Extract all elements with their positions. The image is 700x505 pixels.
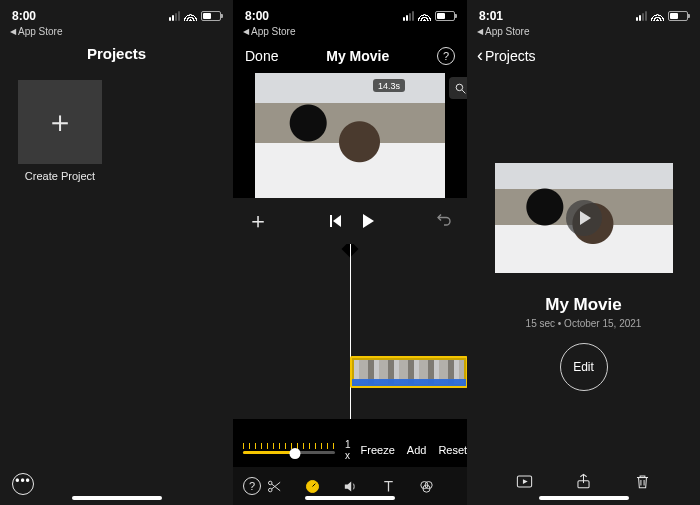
zoom-button[interactable] [449,77,467,99]
breadcrumb[interactable]: ◀ App Store [0,26,233,39]
back-caret-icon: ◀ [477,27,483,36]
wifi-icon [418,11,431,21]
breadcrumb-label: App Store [485,26,529,37]
back-to-projects[interactable]: ‹ Projects [467,39,700,73]
editor-nav: Done My Movie ? [233,39,467,71]
clock: 8:01 [479,9,503,23]
speaker-icon [342,478,359,495]
cellular-icon [169,11,180,21]
home-indicator[interactable] [539,496,629,500]
chevron-left-icon: ‹ [477,46,483,64]
more-button[interactable]: ••• [12,473,34,495]
movie-title: My Movie [326,48,389,64]
share-icon [574,472,593,491]
breadcrumb[interactable]: ◀ App Store [467,26,700,39]
clip-audio-waveform [352,379,466,386]
project-detail-screen: 8:01 ◀ App Store ‹ Projects My Movie 15 … [467,0,700,505]
titles-tool[interactable] [378,476,398,496]
scissors-icon [266,478,283,495]
home-indicator[interactable] [305,496,395,500]
volume-tool[interactable] [340,476,360,496]
back-caret-icon: ◀ [243,27,249,36]
create-project-tile[interactable]: ＋ [18,80,102,164]
status-bar: 8:01 [467,0,700,26]
status-bar: 8:00 [0,0,233,26]
svg-point-3 [268,488,272,492]
done-button[interactable]: Done [245,48,278,64]
page-title: Projects [0,39,233,74]
text-icon [380,478,397,495]
share-button[interactable] [574,472,593,495]
project-meta: 15 sec • October 15, 2021 [467,318,700,329]
back-caret-icon: ◀ [10,27,16,36]
svg-point-2 [268,481,272,485]
battery-icon [201,11,221,21]
skip-to-start-button[interactable] [330,215,341,227]
preview-pane[interactable]: 14.3s [255,73,445,198]
cellular-icon [403,11,414,21]
battery-icon [668,11,688,21]
breadcrumb[interactable]: ◀ App Store [233,26,467,39]
add-speed-button[interactable]: Add [407,444,427,456]
clip-timestamp: 14.3s [373,79,405,92]
breadcrumb-label: App Store [18,26,62,37]
trash-icon [633,472,652,491]
play-fullscreen-button[interactable] [515,472,534,495]
svg-line-1 [462,90,465,93]
back-label: Projects [485,48,536,64]
speed-controls: 1 x Freeze Add Reset [233,433,467,467]
breadcrumb-label: App Store [251,26,295,37]
speed-slider[interactable] [243,441,335,459]
project-thumbnail[interactable] [495,163,673,273]
cellular-icon [636,11,647,21]
filters-tool[interactable] [416,476,436,496]
timeline-clip[interactable] [350,356,467,388]
projects-screen: 8:00 ◀ App Store Projects ＋ Create Proje… [0,0,233,505]
play-rect-icon [515,472,534,491]
home-indicator[interactable] [72,496,162,500]
edit-button[interactable]: Edit [560,343,608,391]
speedometer-icon [304,478,321,495]
magnifier-icon [454,82,467,95]
undo-button[interactable] [435,210,453,232]
editor-screen: 8:00 ◀ App Store Done My Movie ? 14.3s ＋ [233,0,467,505]
clock: 8:00 [245,9,269,23]
play-icon [580,211,591,225]
status-bar: 8:00 [233,0,467,26]
add-media-button[interactable]: ＋ [247,206,269,236]
toolbar-help-button[interactable]: ? [243,477,261,495]
reset-speed-button[interactable]: Reset [438,444,467,456]
transport-bar: ＋ [233,198,467,244]
play-button[interactable] [363,214,374,228]
help-button[interactable]: ? [437,47,455,65]
timeline[interactable] [233,244,467,419]
create-project-label: Create Project [18,170,102,182]
speed-label: 1 x [345,439,351,461]
delete-button[interactable] [633,472,652,495]
wifi-icon [651,11,664,21]
svg-point-0 [456,84,463,91]
plus-icon: ＋ [45,102,75,143]
project-name: My Movie [467,295,700,315]
undo-icon [435,210,453,228]
play-overlay[interactable] [566,200,602,236]
filters-icon [418,478,435,495]
battery-icon [435,11,455,21]
split-tool[interactable] [264,476,284,496]
preview-thumbnail [255,73,445,198]
freeze-button[interactable]: Freeze [361,444,395,456]
speed-tool[interactable] [302,476,322,496]
wifi-icon [184,11,197,21]
clock: 8:00 [12,9,36,23]
